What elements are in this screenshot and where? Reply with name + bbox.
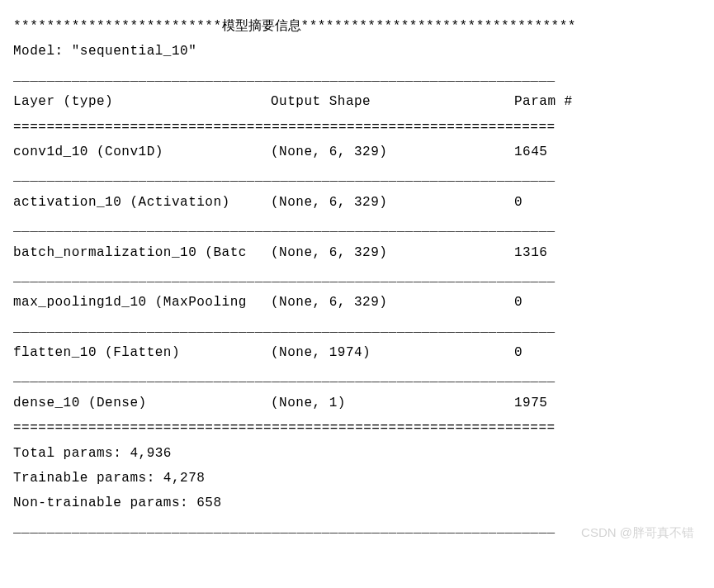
layer-name: max_pooling1d_10 (MaxPooling <box>13 290 271 315</box>
output-shape: (None, 6, 329) <box>271 290 514 315</box>
separator-underscore-bottom: ________________________________________… <box>13 516 701 541</box>
output-shape: (None, 1) <box>271 391 514 415</box>
param-count: 1975 <box>514 391 701 415</box>
table-row: flatten_10 (Flatten)(None, 1974)0 <box>13 340 701 365</box>
trainable-params: Trainable params: 4,278 <box>13 466 701 491</box>
table-row: activation_10 (Activation)(None, 6, 329)… <box>13 190 701 215</box>
separator-underscore: ________________________________________… <box>13 64 701 89</box>
nontrainable-params: Non-trainable params: 658 <box>13 491 701 515</box>
header-layer: Layer (type) <box>13 89 271 114</box>
separator-equal-bottom: ========================================… <box>13 415 701 440</box>
layer-name: conv1d_10 (Conv1D) <box>13 140 271 164</box>
param-count: 1645 <box>514 140 701 164</box>
title-line: *************************模型摘要信息*********… <box>13 13 701 39</box>
stars-left: ************************* <box>13 19 222 34</box>
header-row: Layer (type) Output Shape Param # <box>13 89 701 114</box>
output-shape: (None, 6, 329) <box>271 240 514 265</box>
table-row: conv1d_10 (Conv1D)(None, 6, 329)1645 <box>13 140 701 164</box>
layer-name: batch_normalization_10 (Batc <box>13 240 271 265</box>
header-param: Param # <box>514 89 701 114</box>
separator-dash: ________________________________________… <box>13 215 701 239</box>
output-shape: (None, 1974) <box>271 340 514 365</box>
layer-name: flatten_10 (Flatten) <box>13 340 271 365</box>
separator-dash: ________________________________________… <box>13 164 701 189</box>
table-row: dense_10 (Dense)(None, 1)1975 <box>13 391 701 415</box>
layer-rows-container: conv1d_10 (Conv1D)(None, 6, 329)1645____… <box>13 140 701 415</box>
layer-name: activation_10 (Activation) <box>13 190 271 215</box>
separator-dash: ________________________________________… <box>13 365 701 390</box>
param-count: 0 <box>514 290 701 315</box>
output-shape: (None, 6, 329) <box>271 190 514 215</box>
stars-right: ********************************* <box>301 19 576 34</box>
separator-dash: ________________________________________… <box>13 265 701 290</box>
separator-dash: ________________________________________… <box>13 315 701 340</box>
separator-equal: ========================================… <box>13 115 701 140</box>
output-shape: (None, 6, 329) <box>271 140 514 164</box>
layer-name: dense_10 (Dense) <box>13 391 271 415</box>
param-count: 0 <box>514 190 701 215</box>
table-row: max_pooling1d_10 (MaxPooling(None, 6, 32… <box>13 290 701 315</box>
model-name-line: Model: "sequential_10" <box>13 39 701 64</box>
param-count: 0 <box>514 340 701 365</box>
param-count: 1316 <box>514 240 701 265</box>
total-params: Total params: 4,936 <box>13 441 701 466</box>
header-output-shape: Output Shape <box>271 89 514 114</box>
table-row: batch_normalization_10 (Batc(None, 6, 32… <box>13 240 701 265</box>
title-text: 模型摘要信息 <box>222 18 301 32</box>
